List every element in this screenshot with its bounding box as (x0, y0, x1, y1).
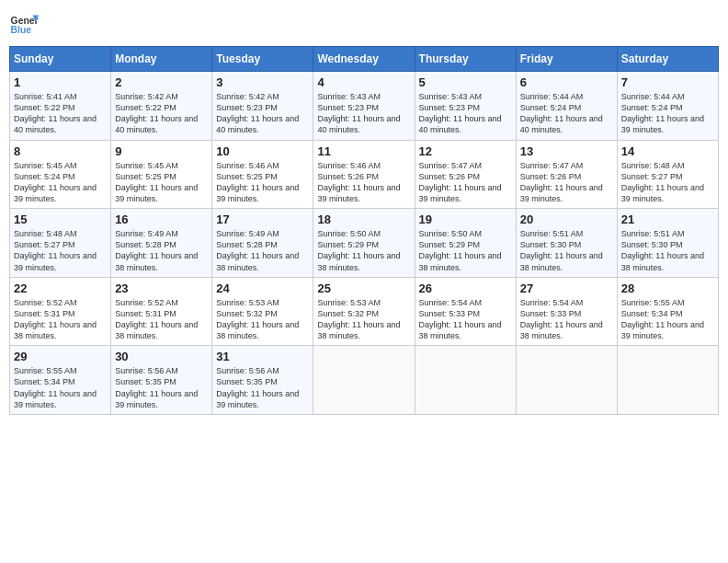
day-info: Sunrise: 5:55 AM Sunset: 5:34 PM Dayligh… (14, 365, 107, 410)
day-info: Sunrise: 5:54 AM Sunset: 5:33 PM Dayligh… (520, 297, 613, 342)
day-number: 19 (419, 213, 512, 226)
day-info: Sunrise: 5:43 AM Sunset: 5:23 PM Dayligh… (419, 91, 512, 136)
logo: General Blue (9, 9, 42, 39)
day-header-saturday: Saturday (617, 47, 718, 72)
day-info: Sunrise: 5:55 AM Sunset: 5:34 PM Dayligh… (621, 297, 714, 342)
calendar-cell: 14Sunrise: 5:48 AM Sunset: 5:27 PM Dayli… (617, 140, 718, 209)
day-number: 31 (216, 350, 309, 363)
day-info: Sunrise: 5:42 AM Sunset: 5:23 PM Dayligh… (216, 91, 309, 136)
day-info: Sunrise: 5:48 AM Sunset: 5:27 PM Dayligh… (14, 228, 107, 273)
calendar-cell: 7Sunrise: 5:44 AM Sunset: 5:24 PM Daylig… (617, 72, 718, 141)
day-number: 22 (14, 282, 107, 295)
day-info: Sunrise: 5:56 AM Sunset: 5:35 PM Dayligh… (115, 365, 208, 410)
day-info: Sunrise: 5:52 AM Sunset: 5:31 PM Dayligh… (115, 297, 208, 342)
calendar-cell: 21Sunrise: 5:51 AM Sunset: 5:30 PM Dayli… (617, 209, 718, 278)
calendar-cell: 8Sunrise: 5:45 AM Sunset: 5:24 PM Daylig… (10, 140, 111, 209)
calendar-cell: 17Sunrise: 5:49 AM Sunset: 5:28 PM Dayli… (212, 209, 313, 278)
day-number: 21 (621, 213, 714, 226)
day-header-sunday: Sunday (10, 47, 111, 72)
day-header-thursday: Thursday (415, 47, 516, 72)
day-number: 28 (621, 282, 714, 295)
calendar-cell: 25Sunrise: 5:53 AM Sunset: 5:32 PM Dayli… (313, 277, 415, 346)
day-info: Sunrise: 5:54 AM Sunset: 5:33 PM Dayligh… (419, 297, 512, 342)
calendar-cell: 5Sunrise: 5:43 AM Sunset: 5:23 PM Daylig… (415, 72, 516, 141)
day-header-wednesday: Wednesday (313, 47, 415, 72)
calendar-cell: 18Sunrise: 5:50 AM Sunset: 5:29 PM Dayli… (313, 209, 415, 278)
day-info: Sunrise: 5:44 AM Sunset: 5:24 PM Dayligh… (520, 91, 613, 136)
calendar-cell: 2Sunrise: 5:42 AM Sunset: 5:22 PM Daylig… (111, 72, 212, 141)
day-info: Sunrise: 5:51 AM Sunset: 5:30 PM Dayligh… (520, 228, 613, 273)
calendar-cell: 30Sunrise: 5:56 AM Sunset: 5:35 PM Dayli… (111, 346, 212, 415)
day-number: 16 (115, 213, 208, 226)
day-number: 25 (317, 282, 410, 295)
week-row-5: 29Sunrise: 5:55 AM Sunset: 5:34 PM Dayli… (10, 346, 719, 415)
calendar-cell: 12Sunrise: 5:47 AM Sunset: 5:26 PM Dayli… (415, 140, 516, 209)
calendar-cell: 13Sunrise: 5:47 AM Sunset: 5:26 PM Dayli… (516, 140, 617, 209)
day-info: Sunrise: 5:45 AM Sunset: 5:25 PM Dayligh… (115, 160, 208, 205)
week-row-2: 8Sunrise: 5:45 AM Sunset: 5:24 PM Daylig… (10, 140, 719, 209)
day-number: 23 (115, 282, 208, 295)
calendar-cell (617, 346, 718, 415)
day-info: Sunrise: 5:47 AM Sunset: 5:26 PM Dayligh… (520, 160, 613, 205)
days-header-row: SundayMondayTuesdayWednesdayThursdayFrid… (10, 47, 719, 72)
calendar-cell (313, 346, 415, 415)
day-info: Sunrise: 5:49 AM Sunset: 5:28 PM Dayligh… (216, 228, 309, 273)
day-number: 17 (216, 213, 309, 226)
day-number: 15 (14, 213, 107, 226)
calendar-cell: 20Sunrise: 5:51 AM Sunset: 5:30 PM Dayli… (516, 209, 617, 278)
day-info: Sunrise: 5:43 AM Sunset: 5:23 PM Dayligh… (317, 91, 410, 136)
day-number: 10 (216, 144, 309, 158)
day-info: Sunrise: 5:50 AM Sunset: 5:29 PM Dayligh… (419, 228, 512, 273)
calendar-cell: 3Sunrise: 5:42 AM Sunset: 5:23 PM Daylig… (212, 72, 313, 141)
day-number: 20 (520, 213, 613, 226)
day-info: Sunrise: 5:56 AM Sunset: 5:35 PM Dayligh… (216, 365, 309, 410)
day-number: 9 (115, 144, 208, 158)
day-number: 26 (419, 282, 512, 295)
day-info: Sunrise: 5:53 AM Sunset: 5:32 PM Dayligh… (317, 297, 410, 342)
day-info: Sunrise: 5:53 AM Sunset: 5:32 PM Dayligh… (216, 297, 309, 342)
calendar-cell: 28Sunrise: 5:55 AM Sunset: 5:34 PM Dayli… (617, 277, 718, 346)
day-number: 13 (520, 144, 613, 158)
day-info: Sunrise: 5:52 AM Sunset: 5:31 PM Dayligh… (14, 297, 107, 342)
calendar-cell: 1Sunrise: 5:41 AM Sunset: 5:22 PM Daylig… (10, 72, 111, 141)
calendar-cell: 16Sunrise: 5:49 AM Sunset: 5:28 PM Dayli… (111, 209, 212, 278)
day-number: 12 (419, 144, 512, 158)
day-number: 2 (115, 75, 208, 89)
day-number: 1 (14, 75, 107, 89)
day-number: 4 (317, 75, 410, 89)
day-number: 8 (14, 144, 107, 158)
calendar-cell: 22Sunrise: 5:52 AM Sunset: 5:31 PM Dayli… (10, 277, 111, 346)
day-number: 3 (216, 75, 309, 89)
day-info: Sunrise: 5:48 AM Sunset: 5:27 PM Dayligh… (621, 160, 714, 205)
calendar-cell (415, 346, 516, 415)
calendar-cell: 27Sunrise: 5:54 AM Sunset: 5:33 PM Dayli… (516, 277, 617, 346)
calendar-cell: 4Sunrise: 5:43 AM Sunset: 5:23 PM Daylig… (313, 72, 415, 141)
week-row-4: 22Sunrise: 5:52 AM Sunset: 5:31 PM Dayli… (10, 277, 719, 346)
day-number: 27 (520, 282, 613, 295)
day-info: Sunrise: 5:50 AM Sunset: 5:29 PM Dayligh… (317, 228, 410, 273)
day-number: 29 (14, 350, 107, 363)
calendar-cell: 26Sunrise: 5:54 AM Sunset: 5:33 PM Dayli… (415, 277, 516, 346)
day-info: Sunrise: 5:46 AM Sunset: 5:26 PM Dayligh… (317, 160, 410, 205)
day-info: Sunrise: 5:45 AM Sunset: 5:24 PM Dayligh… (14, 160, 107, 205)
day-number: 14 (621, 144, 714, 158)
day-header-tuesday: Tuesday (212, 47, 313, 72)
day-number: 11 (317, 144, 410, 158)
calendar-cell: 23Sunrise: 5:52 AM Sunset: 5:31 PM Dayli… (111, 277, 212, 346)
calendar-cell: 10Sunrise: 5:46 AM Sunset: 5:25 PM Dayli… (212, 140, 313, 209)
day-number: 30 (115, 350, 208, 363)
day-number: 5 (419, 75, 512, 89)
day-header-monday: Monday (111, 47, 212, 72)
day-number: 6 (520, 75, 613, 89)
day-info: Sunrise: 5:41 AM Sunset: 5:22 PM Dayligh… (14, 91, 107, 136)
calendar-cell (516, 346, 617, 415)
svg-text:Blue: Blue (11, 25, 32, 35)
day-info: Sunrise: 5:49 AM Sunset: 5:28 PM Dayligh… (115, 228, 208, 273)
calendar-cell: 29Sunrise: 5:55 AM Sunset: 5:34 PM Dayli… (10, 346, 111, 415)
day-info: Sunrise: 5:47 AM Sunset: 5:26 PM Dayligh… (419, 160, 512, 205)
day-number: 7 (621, 75, 714, 89)
calendar-cell: 19Sunrise: 5:50 AM Sunset: 5:29 PM Dayli… (415, 209, 516, 278)
calendar-cell: 6Sunrise: 5:44 AM Sunset: 5:24 PM Daylig… (516, 72, 617, 141)
calendar-cell: 24Sunrise: 5:53 AM Sunset: 5:32 PM Dayli… (212, 277, 313, 346)
calendar-cell: 11Sunrise: 5:46 AM Sunset: 5:26 PM Dayli… (313, 140, 415, 209)
